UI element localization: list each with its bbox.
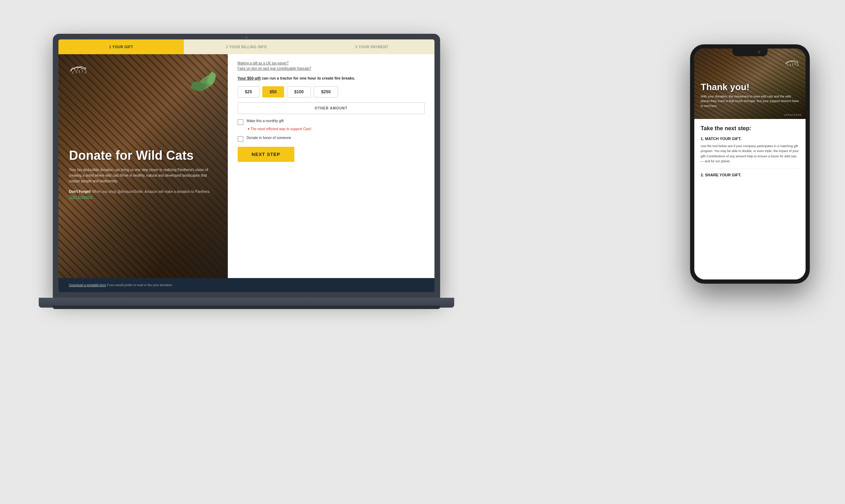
gift-aid-links: Making a gift as a UK tax-payer? Faire u… bbox=[238, 61, 425, 70]
donate-subtitle: Your tax-deductible donation can bring u… bbox=[69, 167, 217, 184]
form-section: Making a gift as a UK tax-payer? Faire u… bbox=[228, 54, 434, 278]
leaf-decoration bbox=[191, 77, 219, 98]
scene: 1 YOUR GIFT 2 YOUR BILLING INFO 3 YOUR P… bbox=[35, 23, 810, 481]
phone-logo-svg bbox=[784, 59, 799, 67]
amazon-note: Don't Forget! When you shop @AmazonSmile… bbox=[69, 189, 217, 200]
french-taxpayer-link[interactable]: Faire un don en tant que contribuable fr… bbox=[238, 67, 425, 70]
laptop-screen: 1 YOUR GIFT 2 YOUR BILLING INFO 3 YOUR P… bbox=[58, 39, 434, 292]
donate-title-block: Donate for Wild Cats Your tax-deductible… bbox=[69, 149, 217, 200]
phone-content: Take the next step: 1. MATCH YOUR GIFT. … bbox=[694, 119, 806, 279]
impact-gift-amount: Your $50 gift bbox=[238, 76, 261, 80]
monthly-gift-note: ✦ The most efficient way to support Cats… bbox=[247, 127, 425, 131]
amount-100-button[interactable]: $100 bbox=[287, 86, 311, 97]
tiger-section: Donate for Wild Cats Your tax-deductible… bbox=[58, 54, 228, 278]
amount-25-button[interactable]: $25 bbox=[238, 86, 259, 97]
footer-text: Download a printable form if you would p… bbox=[69, 283, 173, 287]
phone-screen: Thank you! With your donation, the movem… bbox=[694, 49, 806, 279]
honor-gift-label: Donate in honor of someone bbox=[247, 136, 291, 140]
leaf-3 bbox=[205, 71, 218, 85]
other-amount-button[interactable]: OTHER AMOUNT bbox=[238, 102, 425, 114]
amazon-start-shopping-link[interactable]: Start shopping! bbox=[69, 195, 93, 199]
uk-taxpayer-link[interactable]: Making a gift as a UK tax-payer? bbox=[238, 61, 425, 65]
phone-panthera-hashtag: #PANTHERA bbox=[784, 114, 802, 116]
honor-gift-row: Donate in honor of someone bbox=[238, 136, 425, 142]
next-step-button[interactable]: NEXT STEP bbox=[238, 147, 294, 162]
progress-step-3[interactable]: 3 YOUR PAYMENT bbox=[309, 39, 434, 54]
amount-50-button[interactable]: $50 bbox=[262, 86, 284, 97]
phone-thank-you-block: Thank you! With your donation, the movem… bbox=[701, 82, 799, 108]
phone-step1-text: Use the tool below see if your company p… bbox=[701, 144, 799, 164]
laptop-base-bottom bbox=[53, 305, 440, 309]
panthera-logo-svg bbox=[69, 65, 87, 75]
phone-device: Thank you! With your donation, the movem… bbox=[690, 44, 810, 284]
panthera-logo bbox=[69, 65, 87, 75]
phone-divider bbox=[701, 168, 799, 169]
monthly-gift-row: Make this a monthly gift bbox=[238, 119, 425, 125]
progress-step-1[interactable]: 1 YOUR GIFT bbox=[58, 39, 184, 54]
amazon-note-text: When you shop @AmazonSmile, Amazon will … bbox=[92, 190, 210, 194]
tiger-background: Donate for Wild Cats Your tax-deductible… bbox=[58, 54, 228, 278]
laptop-footer: Download a printable form if you would p… bbox=[58, 278, 434, 292]
footer-suffix: if you would prefer to mail or fax your … bbox=[107, 283, 173, 287]
amount-buttons: $25 $50 $100 $250 bbox=[238, 86, 425, 97]
phone-panthera-logo bbox=[784, 59, 799, 68]
phone-notch bbox=[732, 49, 768, 56]
main-area: Donate for Wild Cats Your tax-deductible… bbox=[58, 54, 434, 278]
laptop-body: 1 YOUR GIFT 2 YOUR BILLING INFO 3 YOUR P… bbox=[53, 34, 440, 298]
laptop-camera bbox=[245, 37, 248, 39]
phone-camera bbox=[758, 51, 760, 53]
screen-content: 1 YOUR GIFT 2 YOUR BILLING INFO 3 YOUR P… bbox=[58, 39, 434, 292]
dont-forget-label: Don't Forget! bbox=[69, 190, 91, 194]
leaf-1 bbox=[196, 73, 217, 91]
laptop-device: 1 YOUR GIFT 2 YOUR BILLING INFO 3 YOUR P… bbox=[53, 34, 440, 456]
leaf-2 bbox=[190, 80, 206, 93]
impact-text: Your $50 gift can run a tractor for one … bbox=[238, 75, 425, 81]
phone-hero: Thank you! With your donation, the movem… bbox=[694, 49, 806, 119]
phone-take-next-title: Take the next step: bbox=[701, 125, 799, 132]
progress-bar: 1 YOUR GIFT 2 YOUR BILLING INFO 3 YOUR P… bbox=[58, 39, 434, 54]
monthly-gift-checkbox[interactable] bbox=[238, 119, 243, 125]
phone-thank-you-text: With your donation, the movement to save… bbox=[701, 94, 799, 109]
phone-body: Thank you! With your donation, the movem… bbox=[690, 44, 810, 284]
phone-step2-title: 2. SHARE YOUR GIFT. bbox=[701, 173, 799, 177]
printable-form-link[interactable]: Download a printable form bbox=[69, 283, 106, 287]
amount-250-button[interactable]: $250 bbox=[314, 86, 338, 97]
phone-thank-you-heading: Thank you! bbox=[701, 82, 799, 92]
phone-step1-title: 1. MATCH YOUR GIFT. bbox=[701, 137, 799, 141]
honor-gift-checkbox[interactable] bbox=[238, 136, 243, 142]
donate-heading: Donate for Wild Cats bbox=[69, 149, 217, 163]
monthly-gift-label: Make this a monthly gift bbox=[247, 119, 284, 123]
impact-description: can run a tractor for one hour to create… bbox=[261, 76, 355, 80]
progress-step-2[interactable]: 2 YOUR BILLING INFO bbox=[184, 39, 309, 54]
